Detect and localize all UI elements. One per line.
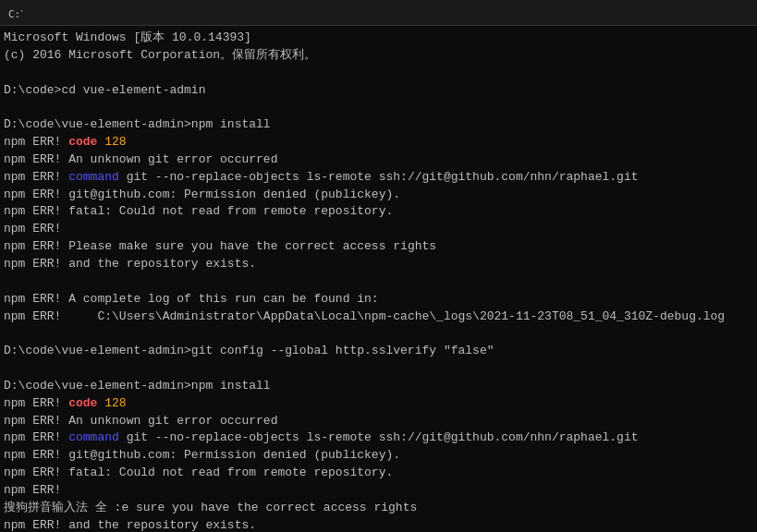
close-button[interactable] (724, 3, 750, 23)
terminal-line: npm ERR! command git --no-replace-object… (4, 429, 753, 447)
terminal-line: npm ERR! An unknown git error occurred (4, 413, 753, 430)
terminal-line: npm ERR! code 128 (4, 134, 753, 151)
terminal-line: npm ERR! and the repository exists. (4, 517, 753, 532)
terminal-line: npm ERR! code 128 (4, 395, 753, 413)
terminal-line: D:\code\vue-element-admin>npm install (4, 116, 753, 134)
terminal-line: D:\code>cd vue-element-admin (4, 82, 753, 100)
terminal-line: npm ERR! git@github.com: Permission deni… (4, 187, 753, 204)
terminal-line: Microsoft Windows [版本 10.0.14393] (4, 30, 753, 47)
terminal-line (4, 65, 753, 82)
terminal-line (4, 99, 753, 116)
terminal-line: 搜狗拼音输入法 全 :e sure you have the correct a… (4, 500, 753, 517)
terminal-line: (c) 2016 Microsoft Corporation。保留所有权利。 (4, 47, 753, 65)
terminal-line: npm ERR! (4, 482, 753, 500)
window: C:\ Microsoft Windows [版本 10.0.14393](c)… (0, 0, 757, 532)
terminal-line: npm ERR! Please make sure you have the c… (4, 238, 753, 256)
maximize-button[interactable] (696, 3, 722, 23)
terminal-line: npm ERR! fatal: Could not read from remo… (4, 465, 753, 482)
title-bar: C:\ (0, 0, 757, 26)
terminal-line: npm ERR! git@github.com: Permission deni… (4, 447, 753, 465)
svg-text:C:\: C:\ (8, 8, 22, 20)
terminal-line (4, 273, 753, 291)
terminal-line: npm ERR! command git --no-replace-object… (4, 169, 753, 187)
terminal-line: npm ERR! C:\Users\Administrator\AppData\… (4, 308, 753, 326)
terminal-content[interactable]: Microsoft Windows [版本 10.0.14393](c) 201… (0, 26, 757, 532)
terminal-line (4, 360, 753, 378)
terminal-line: npm ERR! (4, 221, 753, 238)
terminal-line (4, 325, 753, 343)
terminal-line: npm ERR! fatal: Could not read from remo… (4, 203, 753, 221)
terminal-line: D:\code\vue-element-admin>npm install (4, 378, 753, 395)
terminal-line: npm ERR! An unknown git error occurred (4, 151, 753, 169)
terminal-line: npm ERR! and the repository exists. (4, 256, 753, 273)
cmd-icon: C:\ (7, 6, 22, 20)
title-bar-controls (668, 3, 750, 23)
terminal-line: npm ERR! A complete log of this run can … (4, 291, 753, 308)
minimize-button[interactable] (668, 3, 694, 23)
terminal-line: D:\code\vue-element-admin>git config --g… (4, 343, 753, 360)
